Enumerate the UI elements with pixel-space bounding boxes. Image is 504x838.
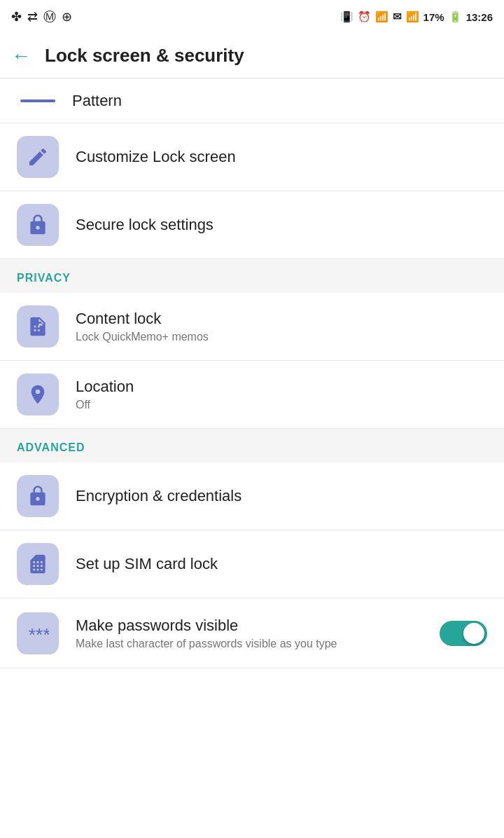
customize-lock-label: Customize Lock screen (76, 148, 236, 166)
game-icon: ✤ (11, 9, 22, 25)
settings-list: Pattern Customize Lock screen Secure loc… (0, 78, 504, 668)
sim-lock-item[interactable]: Set up SIM card lock (0, 530, 504, 598)
shield-icon-status: ⊕ (62, 9, 72, 25)
pattern-item[interactable]: Pattern (0, 78, 504, 123)
status-bar: ✤ ⇄ Ⓜ ⊕ 📳 ⏰ 📶 ✉ 📶 17% 🔋 13:26 (0, 0, 504, 34)
content-lock-label: Content lock (76, 310, 209, 328)
wifi-icon: 📶 (375, 11, 388, 23)
passwords-toggle-wrap[interactable] (440, 621, 487, 646)
passwords-visible-item[interactable]: *** Make passwords visible Make last cha… (0, 598, 504, 668)
phone-icon: 📳 (340, 11, 354, 23)
secure-lock-text: Secure lock settings (76, 216, 214, 234)
privacy-label: PRIVACY (17, 272, 71, 284)
header: ← Lock screen & security (0, 34, 504, 78)
location-sublabel: Off (76, 399, 134, 411)
svg-text:***: *** (29, 624, 49, 644)
cast-icon: ⇄ (27, 9, 38, 25)
location-pin-icon (27, 383, 49, 406)
encryption-lock-icon (27, 485, 49, 507)
pattern-line-icon (20, 99, 55, 102)
lock-icon (27, 214, 49, 236)
sim-lock-label: Set up SIM card lock (76, 555, 218, 573)
secure-lock-item[interactable]: Secure lock settings (0, 191, 504, 259)
secure-lock-label: Secure lock settings (76, 216, 214, 234)
passwords-sublabel: Make last character of passwords visible… (76, 638, 440, 650)
sim-lock-text: Set up SIM card lock (76, 555, 218, 573)
secure-lock-icon-wrap (17, 204, 59, 246)
asterisk-icon: *** (27, 622, 49, 645)
alarm-icon: ⏰ (358, 11, 371, 23)
signal-icon: 📶 (406, 11, 419, 23)
encryption-icon-wrap (17, 475, 59, 517)
encryption-item[interactable]: Encryption & credentials (0, 462, 504, 530)
customize-lock-text: Customize Lock screen (76, 148, 236, 166)
encryption-label: Encryption & credentials (76, 487, 241, 505)
advanced-section-header: ADVANCED (0, 429, 504, 462)
privacy-section-header: PRIVACY (0, 259, 504, 293)
customize-lock-item[interactable]: Customize Lock screen (0, 123, 504, 191)
toggle-knob (463, 623, 484, 644)
status-right-group: 📳 ⏰ 📶 ✉ 📶 17% 🔋 13:26 (340, 11, 493, 23)
content-lock-sublabel: Lock QuickMemo+ memos (76, 331, 209, 343)
location-text: Location Off (76, 378, 134, 411)
content-lock-item[interactable]: Content lock Lock QuickMemo+ memos (0, 293, 504, 361)
location-label: Location (76, 378, 134, 396)
status-icons: ✤ ⇄ Ⓜ ⊕ (11, 8, 72, 25)
battery-icon: 🔋 (449, 11, 462, 23)
content-lock-text: Content lock Lock QuickMemo+ memos (76, 310, 209, 343)
content-lock-icon-wrap (17, 305, 59, 348)
passwords-icon-wrap: *** (17, 612, 59, 654)
sim-icon (27, 553, 49, 575)
sim-lock-icon-wrap (17, 543, 59, 585)
passwords-toggle[interactable] (440, 621, 487, 646)
clock: 13:26 (466, 11, 493, 23)
location-icon-wrap (17, 373, 59, 415)
encryption-text: Encryption & credentials (76, 487, 241, 505)
back-button[interactable]: ← (11, 46, 31, 66)
customize-lock-icon-wrap (17, 136, 59, 178)
location-item[interactable]: Location Off (0, 361, 504, 429)
pencil-icon (27, 146, 49, 168)
document-icon (27, 315, 49, 338)
pattern-label: Pattern (72, 92, 122, 110)
battery-level: 17% (424, 11, 444, 23)
passwords-text: Make passwords visible Make last charact… (76, 617, 440, 650)
email-icon: ✉ (393, 11, 402, 23)
advanced-label: ADVANCED (17, 441, 85, 453)
page-title: Lock screen & security (45, 45, 244, 67)
memo-icon: Ⓜ (43, 8, 56, 25)
passwords-label: Make passwords visible (76, 617, 440, 635)
